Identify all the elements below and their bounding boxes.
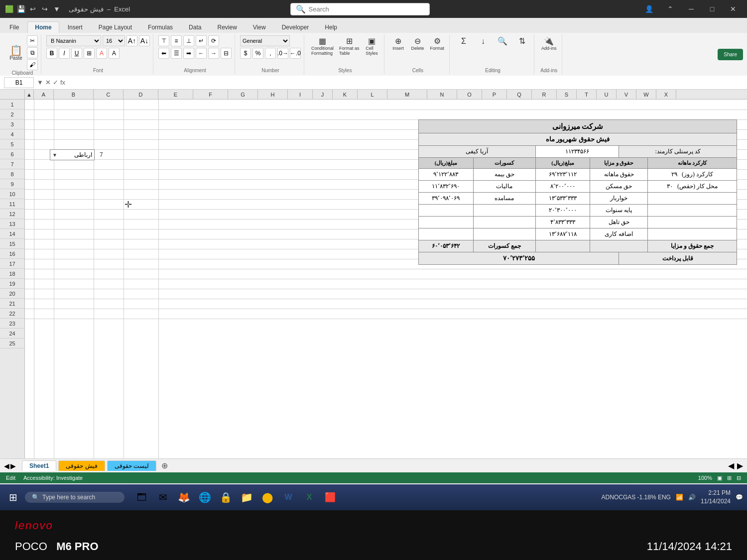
row-11[interactable]: 11 <box>0 199 24 209</box>
view-pagebreak[interactable]: ⊟ <box>737 475 741 481</box>
row-22[interactable]: 22 <box>0 309 24 319</box>
row-15[interactable]: 15 <box>0 239 24 249</box>
col-header-T[interactable]: T <box>577 90 597 99</box>
col-header-K[interactable]: K <box>333 90 358 99</box>
row-17[interactable]: 17 <box>0 259 24 269</box>
tab-file[interactable]: File <box>2 21 26 33</box>
col-header-N[interactable]: N <box>427 90 457 99</box>
delete-cells-button[interactable]: ⊖ Delete <box>409 35 427 52</box>
start-button[interactable]: ⊞ <box>4 488 22 506</box>
grid-cells[interactable]: ارباطی ▼ 7 ✛ شرکت میرزوانی <box>25 100 747 458</box>
col-header-R[interactable]: R <box>532 90 557 99</box>
taskbar-app-mail[interactable]: ✉ <box>153 488 172 507</box>
copy-button[interactable]: ⧉ <box>27 47 38 58</box>
row-12[interactable]: 12 <box>0 209 24 219</box>
save-icon[interactable]: 💾 <box>16 4 26 14</box>
tab-insert[interactable]: Insert <box>60 21 90 33</box>
account-icon[interactable]: 👤 <box>639 0 659 18</box>
col-header-W[interactable]: W <box>636 90 656 99</box>
taskbar-app-edge[interactable]: 🌐 <box>195 488 214 507</box>
col-header-X[interactable]: X <box>656 90 676 99</box>
insert-function-icon[interactable]: fx <box>60 79 65 86</box>
taskbar-app-firefox[interactable]: 🦊 <box>174 488 193 507</box>
row-5[interactable]: 5 <box>0 139 24 149</box>
tab-data[interactable]: Data <box>181 21 209 33</box>
row-19[interactable]: 19 <box>0 279 24 289</box>
decrease-decimal-button[interactable]: ←.0 <box>290 48 301 59</box>
row-16[interactable]: 16 <box>0 249 24 259</box>
cell-dropdown-arbaei[interactable]: ارباطی ▼ <box>50 149 95 160</box>
col-header-B[interactable]: B <box>54 90 94 99</box>
row-25[interactable]: 25 <box>0 338 24 348</box>
font-size-select[interactable]: 16 <box>103 35 125 46</box>
col-header-H[interactable]: H <box>258 90 288 99</box>
tab-view[interactable]: View <box>246 21 273 33</box>
search-input[interactable] <box>309 5 423 13</box>
col-header-F[interactable]: F <box>193 90 228 99</box>
col-header-A[interactable]: A <box>34 90 54 99</box>
conditional-formatting-button[interactable]: ▦ ConditionalFormatting <box>309 35 336 57</box>
close-button[interactable]: ✕ <box>723 0 743 18</box>
indent-increase-button[interactable]: → <box>208 48 219 59</box>
align-middle-button[interactable]: ≡ <box>171 35 182 46</box>
col-header-C[interactable]: C <box>94 90 124 99</box>
row-13[interactable]: 13 <box>0 219 24 229</box>
decrease-font-button[interactable]: A↓ <box>139 35 150 46</box>
font-name-select[interactable]: B Nazanin <box>46 35 101 46</box>
merge-button[interactable]: ⊟ <box>221 48 232 59</box>
paste-button[interactable]: 📋 Paste <box>7 44 25 62</box>
row-21[interactable]: 21 <box>0 299 24 309</box>
tab-page-layout[interactable]: Page Layout <box>91 21 139 33</box>
undo-icon[interactable]: ↩ <box>28 4 38 14</box>
align-center-button[interactable]: ☰ <box>171 48 182 59</box>
wrap-text-button[interactable]: ↵ <box>196 35 207 46</box>
sheet-right-arrow[interactable]: ▶ <box>10 462 16 470</box>
increase-font-button[interactable]: A↑ <box>126 35 137 46</box>
row-20[interactable]: 20 <box>0 289 24 299</box>
format-painter-button[interactable]: 🖌 <box>27 59 38 70</box>
orientation-button[interactable]: ⟳ <box>208 35 219 46</box>
taskbar-app-yellow[interactable]: ⬤ <box>258 488 277 507</box>
row-10[interactable]: 10 <box>0 189 24 199</box>
ribbon-toggle[interactable]: ⌃ <box>660 0 680 18</box>
align-left-button[interactable]: ⬅ <box>158 48 169 59</box>
col-header-L[interactable]: L <box>358 90 387 99</box>
taskbar-app-excel[interactable]: X <box>300 488 319 507</box>
row-4[interactable]: 4 <box>0 129 24 139</box>
confirm-formula-icon[interactable]: ✓ <box>53 79 58 86</box>
col-header-O[interactable]: O <box>457 90 482 99</box>
indent-decrease-button[interactable]: ← <box>196 48 207 59</box>
find-select-button[interactable]: 🔍 <box>494 35 511 47</box>
border-button[interactable]: ⊞ <box>84 48 95 59</box>
horizontal-scroll-left[interactable]: ◀ <box>728 461 734 470</box>
col-header-E[interactable]: E <box>158 90 193 99</box>
taskbar-search-box[interactable]: 🔍 Type here to search <box>25 492 124 503</box>
sheet-tab-fishe-hoghooghi[interactable]: فیش حقوقی <box>58 460 105 471</box>
taskbar-app-folder[interactable]: 📁 <box>237 488 256 507</box>
underline-button[interactable]: U <box>71 48 82 59</box>
col-header-S[interactable]: S <box>557 90 577 99</box>
fill-button[interactable]: ↓ <box>474 36 492 47</box>
row-24[interactable]: 24 <box>0 329 24 338</box>
formula-input[interactable] <box>68 77 743 88</box>
sheet-tab-sheet1[interactable]: Sheet1 <box>22 460 56 471</box>
col-header-G[interactable]: G <box>228 90 258 99</box>
tab-help[interactable]: Help <box>317 21 345 33</box>
sum-button[interactable]: Σ <box>455 36 473 47</box>
format-as-table-button[interactable]: ⊞ Format asTable <box>337 35 362 57</box>
row-14[interactable]: 14 <box>0 229 24 239</box>
tab-home[interactable]: Home <box>27 21 59 33</box>
bold-button[interactable]: B <box>46 48 57 59</box>
customize-icon[interactable]: ▼ <box>52 4 62 14</box>
row-18[interactable]: 18 <box>0 269 24 279</box>
notification-icon[interactable]: 💬 <box>736 494 743 501</box>
cell-styles-button[interactable]: ▣ CellStyles <box>363 35 381 57</box>
taskbar-app-word[interactable]: W <box>279 488 298 507</box>
cell-reference-input[interactable] <box>4 77 34 88</box>
horizontal-scroll-right[interactable]: ▶ <box>737 461 743 470</box>
sheet-left-arrow[interactable]: ◀ <box>4 462 9 470</box>
taskbar-app-powerpoint[interactable]: 🟥 <box>321 488 340 507</box>
tab-review[interactable]: Review <box>210 21 244 33</box>
col-header-P[interactable]: P <box>482 90 507 99</box>
col-header-M[interactable]: M <box>387 90 427 99</box>
